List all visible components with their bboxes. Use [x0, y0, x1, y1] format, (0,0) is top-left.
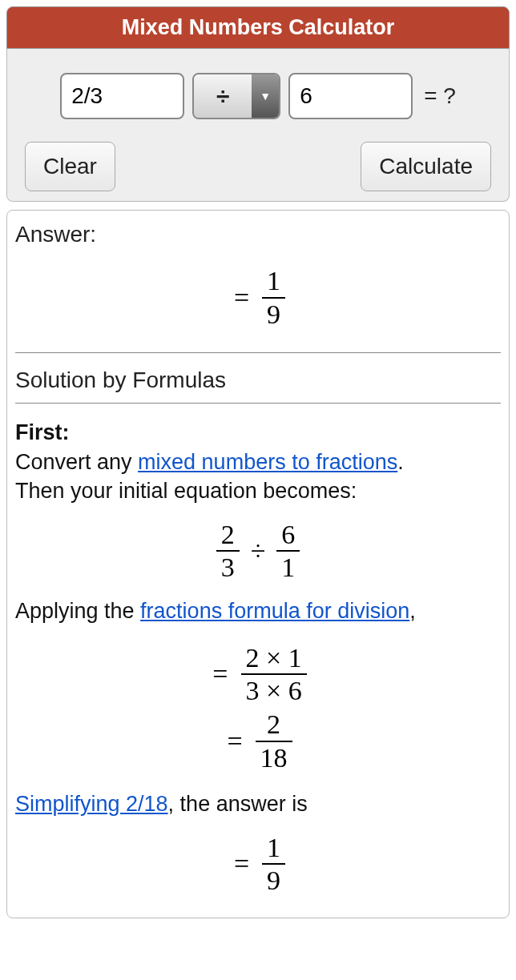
answer-label: Answer: — [15, 222, 501, 247]
divider — [15, 403, 501, 404]
eq1-frac-b: 6 1 — [276, 520, 300, 582]
equals-sign: = — [212, 659, 228, 689]
simplify-link[interactable]: Simplifying 2/18 — [15, 792, 168, 816]
clear-button[interactable]: Clear — [25, 142, 115, 191]
then-line: Then your initial equation becomes: — [15, 479, 357, 503]
mixed-to-fractions-link[interactable]: mixed numbers to fractions — [138, 450, 397, 474]
operand2-input[interactable] — [288, 73, 413, 119]
calculator-panel: ÷ ▼ = ? Clear Calculate — [6, 49, 510, 202]
operator-select[interactable]: ÷ ▼ — [192, 73, 280, 119]
input-row: ÷ ▼ = ? — [17, 73, 499, 119]
apply-line: Applying the fractions formula for divis… — [15, 596, 501, 625]
equals-label: = ? — [421, 83, 456, 109]
apply-post: , — [409, 599, 416, 623]
initial-equation: 2 3 ÷ 6 1 — [15, 520, 501, 582]
eq1-operator: ÷ — [251, 536, 266, 566]
header-title: Mixed Numbers Calculator — [122, 15, 395, 39]
eq4: = 1 9 — [15, 833, 501, 895]
calculate-button[interactable]: Calculate — [361, 142, 491, 191]
answer-equation: = 1 9 — [15, 267, 501, 328]
answer-denominator: 9 — [262, 297, 285, 329]
solution-body: First: Convert any mixed numbers to frac… — [15, 418, 501, 505]
simplify-line: Simplifying 2/18, the answer is — [15, 789, 501, 818]
eq3-fraction: 2 18 — [256, 710, 292, 772]
simplify-post: , the answer is — [168, 792, 308, 816]
equals-sign: = — [234, 283, 249, 313]
answer-numerator: 1 — [262, 267, 285, 297]
header: Mixed Numbers Calculator — [6, 6, 510, 49]
eq2-fraction: 2 × 1 3 × 6 — [241, 644, 307, 705]
result-card: Answer: = 1 9 Solution by Formulas First… — [6, 210, 510, 918]
operator-value: ÷ — [194, 74, 252, 118]
eq4-fraction: 1 9 — [262, 833, 285, 895]
convert-text-pre: Convert any — [15, 450, 138, 474]
solution-heading: Solution by Formulas — [15, 368, 501, 393]
eq1-frac-a: 2 3 — [216, 520, 240, 582]
eq2: = 2 × 1 3 × 6 — [15, 644, 501, 705]
divider — [15, 352, 501, 353]
equals-sign: = — [227, 726, 242, 757]
convert-text-post: . — [397, 450, 404, 474]
first-label: First: — [15, 420, 70, 444]
apply-pre: Applying the — [15, 599, 140, 623]
chevron-down-icon: ▼ — [252, 74, 279, 118]
button-row: Clear Calculate — [17, 142, 499, 191]
answer-fraction: 1 9 — [262, 267, 285, 328]
fractions-formula-link[interactable]: fractions formula for division — [140, 599, 409, 623]
equals-sign: = — [234, 849, 249, 879]
operand1-input[interactable] — [60, 73, 184, 119]
eq3: = 2 18 — [15, 710, 501, 772]
